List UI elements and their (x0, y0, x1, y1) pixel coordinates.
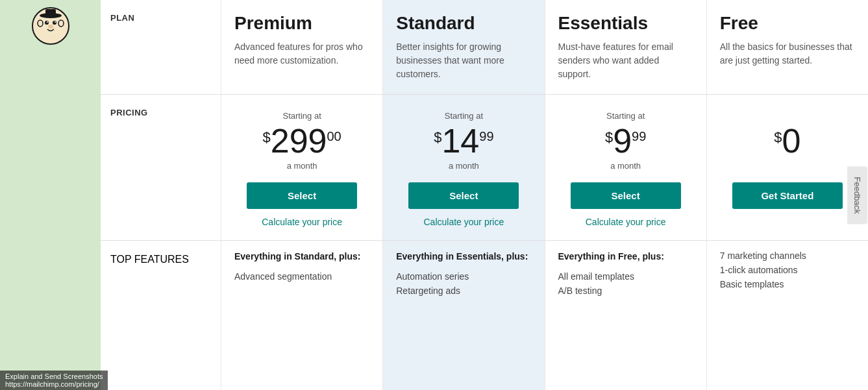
premium-features: Everything in Standard, plus: Advanced s… (221, 241, 382, 390)
standard-pricing: Starting at $ 14 99 a month Select Calcu… (382, 95, 544, 240)
premium-desc: Advanced features for pros who need more… (234, 40, 369, 67)
premium-dollar: $ (262, 129, 270, 146)
essentials-select-button[interactable]: Select (571, 182, 681, 209)
essentials-feature-1: All email templates (558, 271, 693, 282)
standard-select-button[interactable]: Select (408, 182, 519, 209)
top-features-label: TOP FEATURES (110, 254, 189, 265)
essentials-feature-header: Everything in Free, plus: (558, 250, 693, 263)
free-dollar: $ (774, 129, 782, 146)
standard-feature-header: Everything in Essentials, plus: (396, 250, 531, 263)
feedback-tab[interactable]: Feedback (847, 166, 867, 224)
standard-desc: Better insights for growing businesses t… (396, 40, 531, 81)
svg-point-4 (47, 21, 48, 23)
standard-price-main: 14 (441, 124, 479, 158)
essentials-desc: Must-have features for email senders who… (558, 40, 693, 81)
premium-select-button[interactable]: Select (247, 182, 357, 209)
svg-rect-10 (45, 9, 56, 16)
svg-point-3 (53, 21, 56, 25)
free-cta-button[interactable]: Get Started (732, 182, 843, 209)
essentials-calc-link[interactable]: Calculate your price (586, 217, 666, 227)
free-desc: All the basics for businesses that are j… (720, 40, 855, 67)
standard-feature-2: Retargeting ads (396, 286, 531, 296)
svg-point-2 (45, 21, 49, 25)
pricing-section-label: PRICING (110, 108, 148, 117)
standard-period: a month (449, 161, 479, 171)
standard-price-cents: 99 (479, 129, 493, 144)
plan-section-label: PLAN (110, 13, 134, 23)
standard-feature-1: Automation series (396, 271, 531, 282)
plan-col-free: Free All the basics for businesses that … (706, 0, 868, 94)
pricing-row: PRICING Starting at $ 299 00 a month Sel… (101, 95, 868, 241)
free-features: 7 marketing channels 1-click automations… (706, 241, 868, 390)
premium-price-main: 299 (271, 124, 327, 158)
premium-pricing: Starting at $ 299 00 a month Select Calc… (221, 95, 382, 240)
premium-feature-header: Everything in Standard, plus: (234, 250, 369, 263)
free-feature-1: 7 marketing channels (720, 250, 855, 261)
premium-calc-link[interactable]: Calculate your price (262, 217, 342, 227)
status-text: Explain and Send Screenshots (5, 372, 103, 380)
features-label-col: TOP FEATURES (101, 241, 221, 390)
sidebar (0, 0, 101, 390)
standard-name: Standard (396, 13, 531, 34)
premium-price-display: $ 299 00 (262, 124, 341, 158)
status-url: https://mailchimp.com/pricing/ (5, 380, 99, 388)
essentials-price-cents: 99 (632, 129, 646, 144)
premium-starting-at: Starting at (282, 111, 321, 121)
svg-point-6 (48, 25, 53, 29)
essentials-pricing: Starting at $ 9 99 a month Select Calcul… (545, 95, 706, 240)
standard-price-display: $ 14 99 (434, 124, 493, 158)
plan-col-premium: Premium Advanced features for pros who n… (221, 0, 382, 94)
essentials-starting-at: Starting at (606, 111, 645, 121)
status-bar: Explain and Send Screenshots https://mai… (0, 371, 108, 390)
free-price-main: 0 (782, 124, 801, 158)
essentials-price-main: 9 (613, 124, 632, 158)
main-content: PLAN Premium Advanced features for pros … (101, 0, 868, 390)
svg-point-7 (38, 20, 43, 27)
plan-col-standard: Standard Better insights for growing bus… (382, 0, 544, 94)
plan-col-essentials: Essentials Must-have features for email … (545, 0, 706, 94)
standard-calc-link[interactable]: Calculate your price (424, 217, 504, 227)
essentials-dollar: $ (605, 129, 613, 146)
essentials-period: a month (610, 161, 641, 171)
svg-point-8 (58, 20, 64, 27)
features-row: TOP FEATURES Everything in Standard, plu… (101, 241, 868, 390)
page-wrapper: PLAN Premium Advanced features for pros … (0, 0, 868, 390)
premium-name: Premium (234, 13, 369, 34)
plan-label-col: PLAN (101, 0, 221, 94)
premium-feature-1: Advanced segmentation (234, 271, 369, 282)
standard-starting-at: Starting at (445, 111, 483, 121)
premium-price-cents: 00 (327, 129, 341, 144)
standard-dollar: $ (434, 129, 441, 146)
pricing-label-col: PRICING (101, 95, 221, 240)
premium-period: a month (287, 161, 317, 171)
free-pricing: Starting at $ 0 a month Get Started (706, 95, 868, 240)
logo (31, 6, 70, 45)
free-name: Free (720, 13, 855, 34)
free-price-display: $ 0 (774, 124, 800, 158)
pricing-table: PLAN Premium Advanced features for pros … (101, 0, 868, 390)
standard-features: Everything in Essentials, plus: Automati… (382, 241, 544, 390)
essentials-name: Essentials (558, 13, 693, 34)
svg-point-5 (55, 21, 56, 23)
header-row: PLAN Premium Advanced features for pros … (101, 0, 868, 95)
free-feature-2: 1-click automations (720, 265, 855, 275)
essentials-feature-2: A/B testing (558, 286, 693, 296)
essentials-price-display: $ 9 99 (605, 124, 646, 158)
free-feature-3: Basic templates (720, 279, 855, 289)
essentials-features: Everything in Free, plus: All email temp… (545, 241, 706, 390)
